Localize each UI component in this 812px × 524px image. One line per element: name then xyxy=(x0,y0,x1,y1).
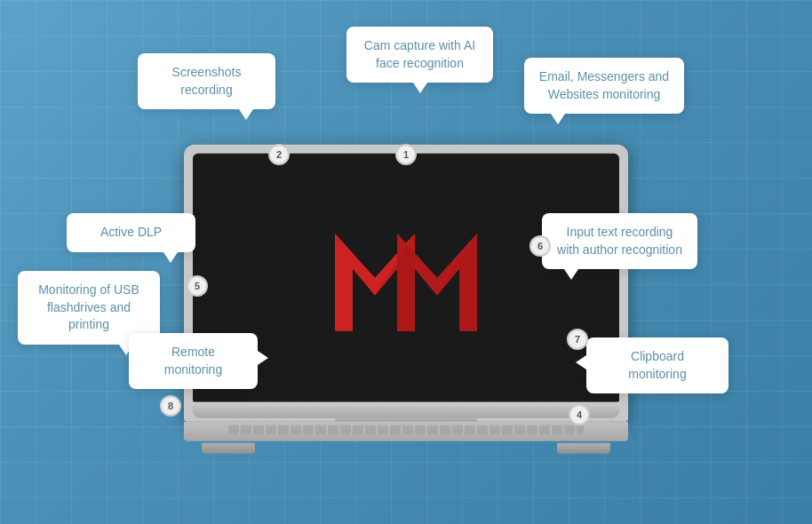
laptop-foot xyxy=(184,443,628,454)
badge-1: 1 xyxy=(395,144,417,165)
badge-6: 6 xyxy=(529,235,551,257)
tooltip-6: Input text recording with author recogni… xyxy=(542,213,697,269)
laptop-foot-left xyxy=(202,443,255,454)
tooltip-8: Remote monitoring xyxy=(129,333,258,389)
laptop xyxy=(184,145,628,454)
tooltip-5-text: Monitoring of USB flashdrives and printi… xyxy=(38,282,139,331)
tooltip-1-text: Cam capture with AI face recognition xyxy=(364,38,475,70)
badge-5: 5 xyxy=(187,275,208,297)
tooltip-2-text: Screenshots recording xyxy=(172,65,242,97)
tooltip-3-text: Email, Messengers and Websites monitorin… xyxy=(539,69,669,101)
badge-8: 8 xyxy=(160,395,181,417)
tooltip-3: Email, Messengers and Websites monitorin… xyxy=(524,58,684,114)
tooltip-8-text: Remote monitoring xyxy=(164,345,222,377)
tooltip-4: Active DLP xyxy=(67,213,195,252)
tooltip-6-text: Input text recording with author recogni… xyxy=(557,225,682,257)
badge-7: 7 xyxy=(567,329,588,350)
laptop-base xyxy=(193,402,619,418)
tooltip-2: Screenshots recording xyxy=(138,53,275,109)
scene: Cam capture with AI face recognition Scr… xyxy=(0,0,812,524)
tooltip-7: Clipboard monitoring xyxy=(586,337,728,393)
tooltip-1: Cam capture with AI face recognition xyxy=(346,27,493,83)
laptop-foot-right xyxy=(557,443,610,454)
m-logo xyxy=(317,207,495,349)
laptop-keyboard xyxy=(184,422,628,441)
badge-4: 4 xyxy=(569,404,590,425)
badge-2: 2 xyxy=(268,144,290,165)
tooltip-7-text: Clipboard monitoring xyxy=(628,349,686,381)
tooltip-4-text: Active DLP xyxy=(100,225,162,239)
